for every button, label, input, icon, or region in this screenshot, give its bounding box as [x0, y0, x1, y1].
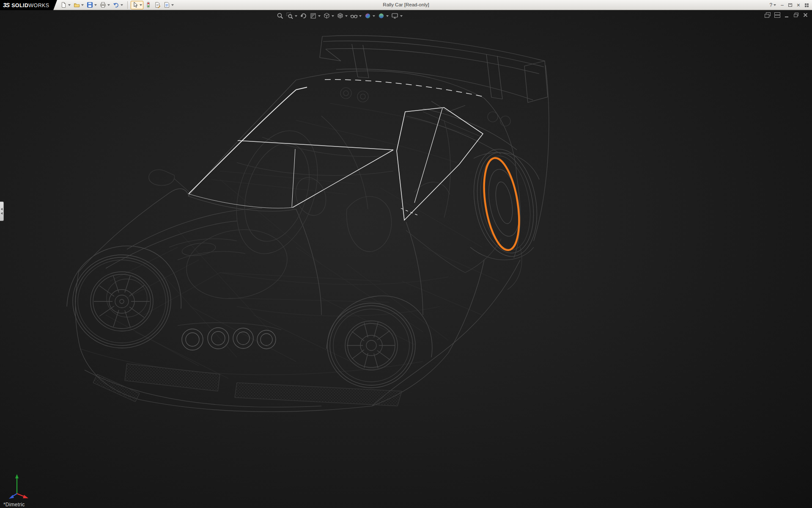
- section-view-icon: [310, 12, 317, 19]
- zoom-to-fit-button[interactable]: [276, 12, 284, 20]
- file-properties-icon: [154, 2, 161, 8]
- dropdown-caret-icon: [400, 15, 403, 17]
- previous-view-icon: [300, 12, 307, 19]
- front-left-wheel: [67, 246, 181, 348]
- chassis-clutter-lines: [80, 103, 499, 378]
- dropdown-caret-icon: [386, 15, 389, 17]
- view-orientation-button[interactable]: [323, 12, 335, 20]
- detail-lines: [149, 88, 522, 330]
- zoom-fit-icon: [277, 12, 284, 19]
- dropdown-caret-icon: [332, 15, 334, 17]
- dropdown-caret-icon: [68, 4, 71, 6]
- window-controls: ? – ×: [769, 0, 809, 10]
- solidworks-logo: 3S SOLIDWORKS: [0, 0, 53, 10]
- 3ds-logo-mark: 3S: [3, 2, 9, 8]
- select-cursor-icon: [132, 2, 138, 8]
- view-settings-icon: [391, 12, 399, 19]
- undo-button[interactable]: [112, 1, 124, 9]
- car-wireframe-model[interactable]: [0, 10, 812, 508]
- restore-doc-icon[interactable]: [793, 12, 799, 18]
- close-icon: ×: [797, 2, 800, 8]
- minimize-doc-icon[interactable]: [784, 12, 790, 18]
- options-sheet-button[interactable]: [162, 1, 175, 9]
- dropdown-caret-icon: [359, 15, 362, 17]
- minimize-window-button[interactable]: –: [781, 3, 784, 8]
- dropdown-caret-icon: [107, 4, 110, 6]
- toolbar-separator: [127, 1, 128, 9]
- dropdown-caret-icon: [295, 15, 297, 17]
- open-folder-icon: [74, 2, 80, 8]
- file-properties-button[interactable]: [153, 1, 162, 9]
- rear-left-wheel: [326, 296, 432, 388]
- reference-triad: [5, 472, 30, 500]
- heads-up-view-toolbar: [275, 11, 404, 20]
- dropdown-caret-icon: [318, 15, 321, 17]
- printer-icon: [100, 2, 106, 8]
- selected-wheel-highlight[interactable]: [478, 155, 524, 252]
- appearance-sphere-icon: [364, 12, 371, 19]
- restore-window-button[interactable]: [788, 3, 792, 7]
- graphics-viewport[interactable]: *Dimetric: [0, 10, 812, 508]
- rebuild-stoplight-icon: [145, 2, 151, 8]
- zoom-area-icon: [286, 12, 294, 19]
- select-button[interactable]: [131, 1, 143, 9]
- title-bar: 3S SOLIDWORKS: [0, 0, 812, 10]
- document-window-controls: [765, 12, 808, 18]
- triad-x-arrowhead: [23, 495, 28, 498]
- rebuild-button[interactable]: [144, 1, 153, 9]
- tile-windows-icon[interactable]: [774, 12, 780, 18]
- display-style-button[interactable]: [336, 12, 348, 20]
- rear-wing-lines: [320, 36, 548, 102]
- dropdown-caret-icon: [140, 4, 142, 6]
- minimize-icon: –: [781, 3, 784, 8]
- dropdown-caret-icon: [81, 4, 84, 6]
- new-document-icon: [60, 2, 67, 8]
- view-orientation-cube-icon: [323, 12, 330, 19]
- standard-toolbar: [57, 0, 126, 10]
- panel-collapse-handle[interactable]: [0, 202, 4, 221]
- options-sheet-icon: [164, 2, 170, 8]
- apply-scene-button[interactable]: [377, 12, 389, 20]
- new-document-button[interactable]: [59, 1, 72, 9]
- highlighted-glass-edges: [189, 80, 483, 220]
- restore-icon: [788, 3, 792, 7]
- dropdown-caret-icon: [345, 15, 348, 17]
- glasses-icon: [350, 12, 358, 19]
- fog-lights: [182, 328, 276, 350]
- scene-sphere-icon: [378, 12, 385, 19]
- window-title: Rally Car [Read-only]: [383, 2, 429, 7]
- edit-appearance-button[interactable]: [364, 12, 376, 20]
- open-document-button[interactable]: [72, 1, 85, 9]
- close-window-button[interactable]: ×: [797, 2, 800, 8]
- hide-show-items-button[interactable]: [350, 12, 362, 20]
- view-orientation-label: *Dimetric: [3, 502, 25, 508]
- dropdown-caret-icon: [121, 4, 123, 6]
- previous-view-button[interactable]: [299, 12, 307, 20]
- save-floppy-icon: [87, 2, 93, 8]
- close-doc-icon[interactable]: [803, 12, 808, 18]
- brand-name-bold: SOLID: [11, 3, 28, 8]
- rear-right-wheel: [466, 144, 545, 261]
- brand-name-light: WORKS: [28, 3, 49, 8]
- undo-arrow-icon: [113, 2, 119, 8]
- logo-tail-decoration: [53, 0, 57, 10]
- help-button[interactable]: ?: [769, 3, 776, 8]
- collapse-arrow-icon: [1, 208, 3, 210]
- cascade-windows-icon[interactable]: [765, 12, 771, 18]
- window-layout-button[interactable]: [805, 3, 809, 7]
- zoom-to-area-button[interactable]: [286, 12, 298, 20]
- section-view-button[interactable]: [309, 12, 321, 20]
- dropdown-caret-icon: [373, 15, 375, 17]
- body-outline-lines: [75, 65, 549, 412]
- help-icon: ?: [769, 3, 772, 8]
- dropdown-caret-icon: [774, 4, 776, 6]
- display-style-icon: [337, 12, 344, 19]
- save-button[interactable]: [85, 1, 98, 9]
- dropdown-caret-icon: [94, 4, 97, 6]
- layout-grid-icon: [805, 3, 809, 7]
- print-button[interactable]: [99, 1, 111, 9]
- dropdown-caret-icon: [171, 4, 174, 6]
- collapse-arrow-icon: [1, 212, 3, 215]
- triad-y-arrowhead: [15, 474, 19, 478]
- view-settings-button[interactable]: [391, 12, 403, 20]
